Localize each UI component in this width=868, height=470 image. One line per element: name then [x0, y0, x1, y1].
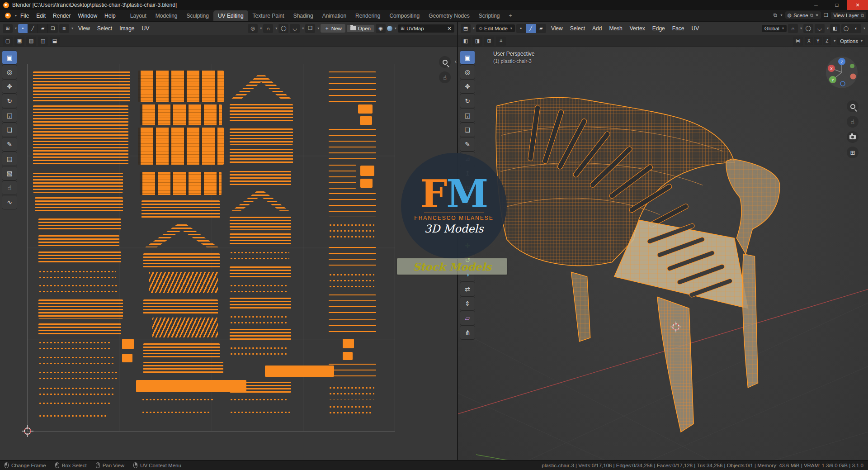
new-view-layer-icon[interactable]: ⧉ [861, 13, 864, 18]
uv-island[interactable] [230, 171, 291, 186]
uv-island[interactable] [360, 166, 374, 176]
uv-map-field[interactable]: ⊞ UVMap ✕ [398, 24, 454, 33]
shrink-fatten-tool[interactable]: ⇕ [460, 297, 475, 310]
uv-menu-uv[interactable]: UV [138, 24, 153, 33]
pin-icon[interactable]: ◉ [376, 24, 386, 33]
shear-tool[interactable]: ▱ [460, 311, 475, 325]
uv-header-toggle-0[interactable]: ▢ [3, 37, 13, 46]
uv-island[interactable] [38, 413, 106, 419]
workspace-tab-scripting[interactable]: Scripting [474, 10, 505, 21]
uv-island[interactable] [152, 318, 218, 337]
uv-island[interactable] [329, 319, 377, 336]
workspace-tab-modeling[interactable]: Modeling [151, 10, 182, 21]
uv-island[interactable] [329, 404, 373, 416]
open-image-button[interactable]: Open [347, 25, 374, 32]
mirror-icon[interactable]: ⋈ [793, 37, 803, 46]
workspace-tab-compositing[interactable]: Compositing [385, 10, 424, 21]
camera-view-icon[interactable] [847, 131, 859, 143]
screen-browse-icon[interactable]: ⧉ [774, 12, 777, 18]
menu-render[interactable]: Render [49, 11, 74, 21]
uv-island[interactable] [230, 266, 291, 279]
workspace-tab-shading[interactable]: Shading [289, 10, 318, 21]
zoom-gizmo-icon[interactable] [439, 56, 451, 68]
uv-island[interactable] [230, 314, 288, 325]
mirror-axis-x[interactable]: X [805, 37, 813, 45]
uv-island[interactable] [38, 252, 121, 264]
uv-island[interactable] [149, 272, 218, 293]
uv-island[interactable] [230, 283, 288, 294]
uv-island[interactable] [38, 400, 110, 408]
falloff-icon[interactable]: ◡ [290, 24, 300, 33]
uv-island[interactable] [343, 339, 354, 348]
viewport-header-toggle-0[interactable]: ◧ [461, 37, 471, 46]
pan-hand-icon[interactable]: ☝ [439, 71, 451, 83]
mirror-axis-y[interactable]: Y [814, 37, 822, 45]
viewport-menu-mesh[interactable]: Mesh [605, 24, 626, 33]
uv-island[interactable] [143, 253, 220, 268]
scale-tool[interactable]: ◱ [2, 109, 17, 122]
mode-dropdown[interactable]: ⬦ Edit Mode ▾ [476, 24, 515, 32]
select-box-tool[interactable]: ▣ [460, 51, 475, 64]
mesh-select-mode-2[interactable]: ▰ [536, 24, 546, 33]
uv-island[interactable] [230, 233, 291, 246]
move-tool[interactable]: ✥ [460, 80, 475, 93]
rotate-tool[interactable]: ↻ [2, 94, 17, 108]
uv-island[interactable] [329, 71, 377, 104]
navigation-gizmo[interactable]: Z X Y [826, 56, 858, 89]
uv-header-toggle-2[interactable]: ▤ [26, 37, 36, 46]
uv-island[interactable] [33, 128, 128, 166]
pivot-point-icon[interactable]: ◎ [248, 24, 258, 33]
collapse-region-icon[interactable]: ‹ [455, 58, 457, 65]
uv-island[interactable] [122, 354, 132, 362]
uv-island[interactable] [38, 269, 116, 280]
rotate-tool[interactable]: ↻ [460, 94, 475, 108]
transform-tool[interactable]: ❏ [460, 123, 475, 137]
proportional-editing-icon[interactable]: ◯ [803, 24, 813, 33]
uv-island[interactable] [38, 283, 118, 294]
pinch-brush-tool[interactable]: ☝ [2, 181, 17, 195]
uv-header-toggle-3[interactable]: ◫ [38, 37, 48, 46]
uv-island[interactable] [230, 409, 291, 417]
uv-select-mode-2[interactable]: ▰ [38, 24, 48, 33]
scale-tool[interactable]: ◱ [460, 109, 475, 122]
uv-island[interactable] [230, 149, 293, 165]
uv-island[interactable] [38, 370, 118, 381]
uv-island[interactable] [143, 343, 220, 358]
viewport-menu-edge[interactable]: Edge [649, 24, 669, 33]
uv-island[interactable] [329, 385, 375, 399]
uv-select-mode-1[interactable]: ╱ [28, 24, 38, 33]
blender-menu-icon[interactable] [5, 13, 11, 19]
shading-mode-1[interactable]: ◐ [851, 24, 861, 33]
ortho-toggle-icon[interactable]: ⊞ [847, 147, 859, 158]
uv-island[interactable] [38, 385, 113, 394]
workspace-tab-animation[interactable]: Animation [318, 10, 351, 21]
uv-menu-select[interactable]: Select [94, 24, 116, 33]
cursor-tool[interactable]: ◎ [2, 65, 17, 79]
uv-island[interactable] [35, 197, 123, 213]
uv-island[interactable] [122, 339, 134, 349]
uv-island[interactable] [142, 200, 220, 218]
close-button[interactable]: ✕ [847, 0, 868, 10]
move-tool[interactable]: ✥ [2, 80, 17, 93]
mesh-select-mode-1[interactable]: ╱ [526, 24, 536, 33]
xray-toggle-icon[interactable]: ◧ [830, 24, 840, 33]
uv-island[interactable] [33, 173, 123, 193]
workspace-tab-geometry-nodes[interactable]: Geometry Nodes [424, 10, 474, 21]
annotate-tool[interactable]: ✎ [460, 138, 475, 151]
uv-space[interactable] [27, 64, 395, 432]
uv-island[interactable] [360, 179, 373, 188]
uv-island[interactable] [38, 340, 110, 350]
uv-island[interactable] [138, 71, 223, 102]
cursor-tool[interactable]: ◎ [460, 65, 475, 79]
uv-island[interactable] [329, 129, 377, 161]
sticky-selection-icon[interactable]: ⧈ [59, 24, 69, 33]
transform-orientation-dropdown[interactable]: Global ▾ [762, 25, 787, 32]
image-browse-icon[interactable]: ❒ [305, 24, 315, 33]
uv-island[interactable] [142, 409, 211, 416]
proportional-editing-icon[interactable]: ◯ [278, 24, 288, 33]
uv-island[interactable] [140, 172, 222, 195]
uv-canvas[interactable]: ▣◎✥↻◱❏✎▤▧☝∿ ☝ ‹ [0, 47, 457, 460]
mirror-axis-z[interactable]: Z [823, 37, 831, 45]
uv-island[interactable] [230, 298, 291, 310]
edge-slide-tool[interactable]: ⇄ [460, 282, 475, 296]
